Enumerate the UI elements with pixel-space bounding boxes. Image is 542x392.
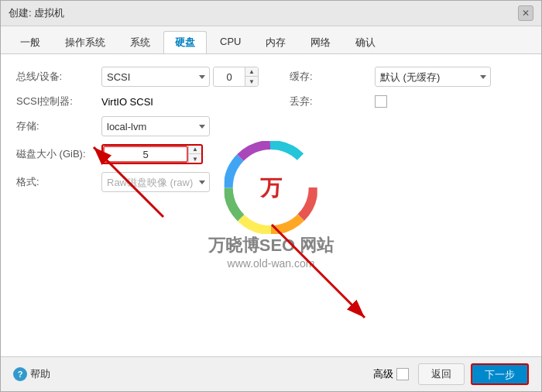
discard-row: 丢弃: bbox=[290, 95, 526, 108]
discard-control bbox=[375, 95, 387, 108]
help-label: 帮助 bbox=[30, 367, 50, 381]
cache-select[interactable]: 默认 (无缓存) bbox=[375, 67, 491, 87]
scsi-control: VirtIO SCSI bbox=[101, 96, 153, 108]
tab-bar: 一般 操作系统 系统 硬盘 CPU 内存 网络 确认 bbox=[1, 26, 541, 54]
form-left: 总线/设备: SCSI ▲ ▼ bbox=[16, 67, 259, 200]
disk-size-input[interactable] bbox=[103, 146, 188, 163]
bus-num-up[interactable]: ▲ bbox=[245, 67, 258, 77]
close-button[interactable]: ✕ bbox=[518, 5, 533, 21]
cache-label: 缓存: bbox=[290, 70, 375, 84]
titlebar: 创建: 虚拟机 ✕ bbox=[1, 1, 541, 26]
watermark-text2: www.old-wan.com bbox=[228, 257, 315, 270]
format-row: 格式: Raw磁盘映像 (raw) bbox=[16, 172, 259, 192]
help-icon: ? bbox=[13, 367, 27, 381]
storage-control: local-lvm bbox=[101, 116, 210, 136]
tab-memory[interactable]: 内存 bbox=[254, 31, 297, 53]
footer-left: ? 帮助 bbox=[13, 367, 50, 381]
bus-row: 总线/设备: SCSI ▲ ▼ bbox=[16, 67, 259, 87]
disk-size-spinner: ▲ ▼ bbox=[101, 144, 203, 164]
footer: ? 帮助 高级 返回 下一步 bbox=[1, 356, 541, 391]
tab-general[interactable]: 一般 bbox=[9, 31, 52, 53]
disk-size-up[interactable]: ▲ bbox=[189, 144, 201, 154]
advanced-label: 高级 bbox=[373, 367, 393, 381]
storage-select[interactable]: local-lvm bbox=[101, 116, 210, 136]
disk-size-control: ▲ ▼ bbox=[101, 144, 203, 164]
tab-network[interactable]: 网络 bbox=[299, 31, 342, 53]
tab-confirm[interactable]: 确认 bbox=[344, 31, 387, 53]
scsi-label: SCSI控制器: bbox=[16, 95, 101, 108]
disk-size-down[interactable]: ▼ bbox=[189, 154, 201, 164]
storage-row: 存储: local-lvm bbox=[16, 116, 259, 136]
bus-num-spinner-btns: ▲ ▼ bbox=[245, 67, 258, 87]
tab-os[interactable]: 操作系统 bbox=[53, 31, 117, 53]
form-section: 总线/设备: SCSI ▲ ▼ bbox=[16, 67, 526, 200]
scsi-value: VirtIO SCSI bbox=[101, 96, 153, 108]
storage-label: 存储: bbox=[16, 119, 101, 133]
format-label: 格式: bbox=[16, 175, 101, 189]
bus-num-spinner: ▲ ▼ bbox=[213, 67, 259, 87]
cache-control: 默认 (无缓存) bbox=[375, 67, 491, 87]
format-select[interactable]: Raw磁盘映像 (raw) bbox=[101, 172, 210, 192]
content-area: 总线/设备: SCSI ▲ ▼ bbox=[1, 54, 541, 356]
advanced-checkbox[interactable] bbox=[396, 368, 409, 380]
format-control: Raw磁盘映像 (raw) bbox=[101, 172, 210, 192]
cache-row: 缓存: 默认 (无缓存) bbox=[290, 67, 526, 87]
back-button[interactable]: 返回 bbox=[418, 363, 465, 385]
next-button[interactable]: 下一步 bbox=[471, 363, 529, 385]
discard-label: 丢弃: bbox=[290, 95, 375, 108]
help-button[interactable]: ? 帮助 bbox=[13, 367, 50, 381]
main-window: 创建: 虚拟机 ✕ 一般 操作系统 系统 硬盘 CPU 内存 网络 确认 总线/… bbox=[0, 0, 542, 392]
bus-num-down[interactable]: ▼ bbox=[245, 77, 258, 87]
advanced-section: 高级 bbox=[373, 367, 409, 381]
disk-size-spinner-btns: ▲ ▼ bbox=[188, 144, 201, 164]
bus-select[interactable]: SCSI bbox=[101, 67, 210, 87]
arrow-down-svg bbox=[256, 209, 380, 333]
bus-num-input[interactable] bbox=[214, 67, 245, 86]
svg-line-12 bbox=[272, 225, 365, 318]
tab-disk[interactable]: 硬盘 bbox=[163, 31, 207, 53]
discard-checkbox[interactable] bbox=[375, 95, 387, 108]
tab-cpu[interactable]: CPU bbox=[208, 31, 252, 53]
disk-size-row: 磁盘大小 (GiB): ▲ ▼ bbox=[16, 144, 259, 164]
form-right: 缓存: 默认 (无缓存) 丢弃: bbox=[290, 67, 526, 200]
window-title: 创建: 虚拟机 bbox=[9, 6, 64, 20]
watermark-text1: 万晓博SEO 网站 bbox=[208, 234, 334, 257]
tab-system[interactable]: 系统 bbox=[118, 31, 162, 53]
disk-size-label: 磁盘大小 (GiB): bbox=[16, 147, 101, 161]
scsi-row: SCSI控制器: VirtIO SCSI bbox=[16, 95, 259, 108]
bus-label: 总线/设备: bbox=[16, 70, 101, 84]
bus-control: SCSI ▲ ▼ bbox=[101, 67, 259, 87]
footer-right: 高级 返回 下一步 bbox=[373, 363, 529, 385]
